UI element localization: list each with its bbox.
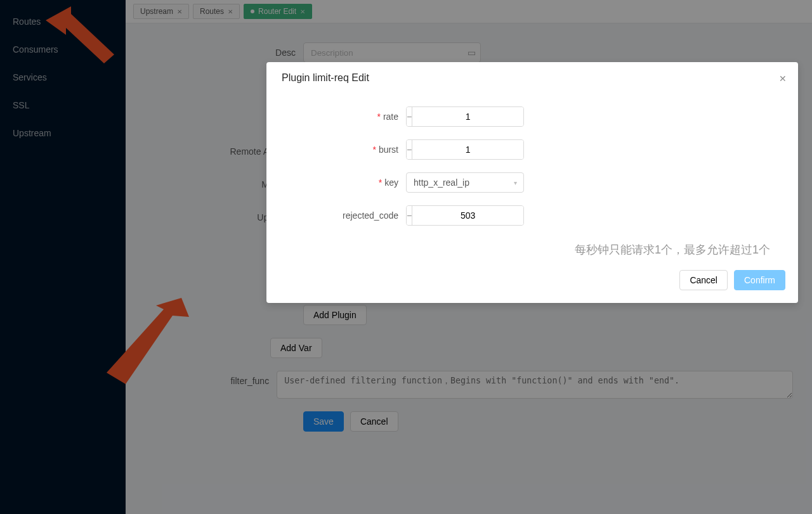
modal-cancel-button[interactable]: Cancel: [679, 270, 728, 290]
label-rejected-code: rejected_code: [292, 210, 406, 221]
chevron-down-icon: ▾: [514, 179, 517, 186]
increment-icon[interactable]: +: [523, 206, 524, 225]
increment-icon[interactable]: +: [523, 140, 524, 159]
modal-note: 每秒钟只能请求1个，最多允许超过1个: [292, 238, 773, 257]
burst-stepper: − +: [406, 139, 524, 160]
plugin-edit-modal: Plugin limit-req Edit ✕ rate − + burst −…: [266, 62, 798, 303]
modal-title: Plugin limit-req Edit: [282, 72, 369, 83]
label-rate: rate: [292, 112, 406, 122]
close-icon[interactable]: ✕: [779, 74, 787, 84]
rejected-code-input[interactable]: [412, 206, 523, 225]
modal-confirm-button[interactable]: Confirm: [734, 270, 785, 290]
decrement-icon[interactable]: −: [407, 140, 412, 159]
label-burst: burst: [292, 145, 406, 155]
increment-icon[interactable]: +: [523, 107, 524, 126]
decrement-icon[interactable]: −: [407, 107, 412, 126]
burst-input[interactable]: [412, 140, 523, 159]
decrement-icon[interactable]: −: [407, 206, 412, 225]
rate-input[interactable]: [412, 107, 523, 126]
rejected-code-stepper: − +: [406, 205, 524, 226]
label-key: key: [292, 177, 406, 188]
key-select[interactable]: http_x_real_ip ▾: [406, 172, 524, 193]
rate-stepper: − +: [406, 106, 524, 127]
key-select-value: http_x_real_ip: [414, 177, 469, 188]
